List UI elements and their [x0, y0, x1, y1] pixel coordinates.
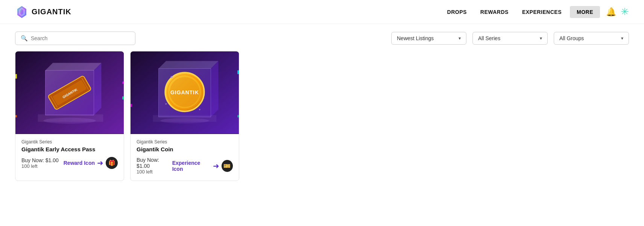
- card-series-2: Gigantik Series: [137, 139, 233, 145]
- svg-marker-25: [211, 61, 219, 117]
- card-title-1: Gigantik Early Access Pass: [21, 146, 118, 152]
- nav-more[interactable]: MORE: [570, 6, 600, 18]
- card-price-area-2: Buy Now: $1.00 100 left: [137, 157, 172, 175]
- card-experience-annotation: Experience Icon ➜ 🎫: [172, 160, 233, 172]
- svg-text:GIGANTIK: GIGANTIK: [170, 89, 199, 95]
- nav-icons: 🔔 ✳: [606, 6, 629, 18]
- sort-dropdown-chevron: ▾: [459, 36, 461, 41]
- card-body-1: Gigantik Series Gigantik Early Access Pa…: [15, 134, 124, 175]
- experience-arrow-icon: ➜: [213, 161, 219, 170]
- reward-arrow-icon: ➜: [97, 158, 103, 167]
- groups-dropdown-chevron: ▾: [621, 36, 623, 41]
- svg-rect-18: [38, 115, 103, 122]
- search-input[interactable]: [31, 35, 130, 41]
- nav-experiences[interactable]: EXPERIENCES: [517, 6, 567, 18]
- svg-rect-22: [237, 115, 239, 118]
- bell-icon[interactable]: 🔔: [606, 7, 616, 17]
- groups-dropdown[interactable]: All Groups ▾: [554, 32, 629, 45]
- card-series-1: Gigantik Series: [21, 139, 118, 145]
- filters-row: 🔍 Newest Listings ▾ All Series ▾ All Gro…: [0, 24, 644, 51]
- groups-dropdown-label: All Groups: [559, 35, 584, 41]
- card-footer-1: Buy Now: $1.00 100 left Reward Icon ➜ 🎁: [21, 157, 118, 169]
- svg-rect-21: [131, 104, 132, 107]
- svg-rect-5: [122, 96, 124, 99]
- svg-rect-4: [15, 74, 17, 78]
- svg-point-34: [165, 103, 167, 105]
- card-body-2: Gigantik Series Gigantik Coin Buy Now: $…: [131, 134, 239, 181]
- card-reward-annotation: Reward Icon ➜ 🎁: [64, 157, 118, 169]
- svg-point-32: [170, 76, 173, 78]
- card-left-1: 100 left: [21, 163, 59, 169]
- nav-drops[interactable]: DROPS: [442, 6, 472, 18]
- search-icon: 🔍: [21, 35, 28, 42]
- experience-annotation-label: Experience Icon: [172, 160, 211, 172]
- card-footer-2: Buy Now: $1.00 100 left Experience Icon …: [137, 157, 233, 175]
- svg-rect-36: [153, 115, 217, 122]
- nav: DROPS REWARDS EXPERIENCES MORE 🔔 ✳: [442, 6, 629, 18]
- sort-dropdown-label: Newest Listings: [397, 35, 434, 41]
- svg-rect-6: [122, 81, 124, 84]
- logo-icon: [15, 5, 29, 19]
- card-price-1: Buy Now: $1.00: [21, 157, 59, 163]
- card-gigantik-coin[interactable]: GIGANTIK Gigantik Series Gigantik Coin B…: [130, 51, 239, 181]
- series-dropdown-label: All Series: [478, 35, 500, 41]
- logo-text: GIGANTIK: [32, 8, 71, 16]
- search-box[interactable]: 🔍: [15, 32, 135, 45]
- sort-dropdown[interactable]: Newest Listings ▾: [391, 32, 466, 45]
- card-early-access-pass[interactable]: GIGANTIK Gigantik Series Gigantik Early …: [15, 51, 124, 181]
- nav-rewards[interactable]: REWARDS: [475, 6, 514, 18]
- svg-marker-24: [158, 61, 218, 69]
- series-dropdown-chevron: ▾: [540, 36, 542, 41]
- reward-icon: 🎁: [106, 157, 118, 169]
- series-dropdown[interactable]: All Series ▾: [472, 32, 548, 45]
- svg-point-33: [199, 109, 200, 110]
- cards-area: GIGANTIK Gigantik Series Gigantik Early …: [0, 51, 644, 196]
- filters-right: Newest Listings ▾ All Series ▾ All Group…: [391, 32, 629, 45]
- svg-rect-7: [15, 115, 17, 118]
- snowflake-icon[interactable]: ✳: [621, 6, 629, 18]
- experience-icon: 🎫: [222, 160, 233, 172]
- card-left-2: 100 left: [137, 169, 172, 175]
- header: GIGANTIK DROPS REWARDS EXPERIENCES MORE …: [0, 0, 644, 24]
- card-image-2: GIGANTIK: [131, 51, 239, 134]
- svg-marker-9: [45, 63, 101, 71]
- logo[interactable]: GIGANTIK: [15, 5, 71, 19]
- card-price-2: Buy Now: $1.00: [137, 157, 172, 169]
- reward-annotation-label: Reward Icon: [64, 160, 95, 166]
- card-image-1: GIGANTIK: [15, 51, 124, 134]
- card-price-area-1: Buy Now: $1.00 100 left: [21, 157, 59, 169]
- card-title-2: Gigantik Coin: [137, 146, 233, 152]
- svg-rect-20: [237, 70, 239, 74]
- svg-marker-10: [94, 63, 102, 115]
